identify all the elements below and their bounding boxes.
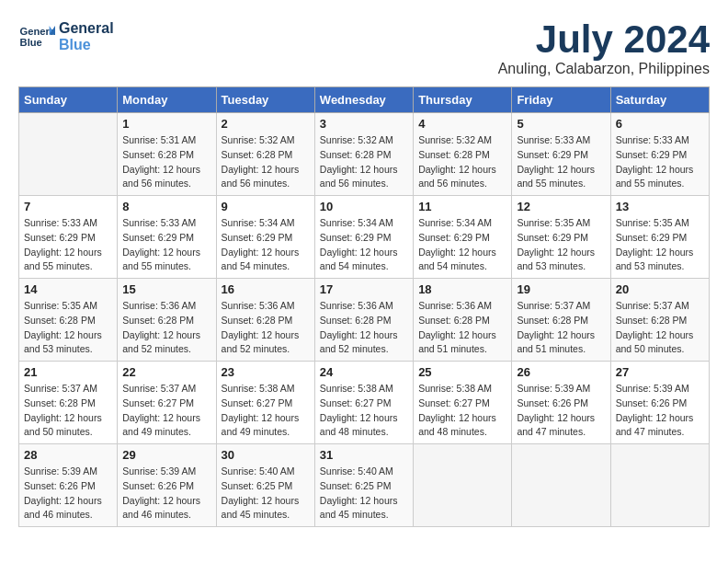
calendar-cell: 9Sunrise: 5:34 AM Sunset: 6:29 PM Daylig… — [216, 196, 314, 279]
day-number: 2 — [222, 117, 310, 131]
day-info: Sunrise: 5:39 AM Sunset: 6:26 PM Dayligh… — [24, 465, 112, 523]
location-subtitle: Anuling, Calabarzon, Philippines — [498, 61, 710, 77]
calendar-cell: 4Sunrise: 5:32 AM Sunset: 6:28 PM Daylig… — [414, 113, 512, 196]
day-header-sunday: Sunday — [19, 87, 118, 113]
calendar-cell: 16Sunrise: 5:36 AM Sunset: 6:28 PM Dayli… — [216, 279, 314, 362]
day-info: Sunrise: 5:37 AM Sunset: 6:28 PM Dayligh… — [616, 299, 704, 357]
calendar-table: SundayMondayTuesdayWednesdayThursdayFrid… — [18, 86, 710, 527]
calendar-cell: 31Sunrise: 5:40 AM Sunset: 6:25 PM Dayli… — [314, 444, 413, 527]
calendar-cell: 17Sunrise: 5:36 AM Sunset: 6:28 PM Dayli… — [314, 279, 413, 362]
day-number: 10 — [320, 200, 408, 213]
calendar-cell: 21Sunrise: 5:37 AM Sunset: 6:28 PM Dayli… — [19, 362, 118, 444]
day-number: 28 — [24, 448, 112, 462]
calendar-cell: 7Sunrise: 5:33 AM Sunset: 6:29 PM Daylig… — [19, 196, 118, 279]
calendar-cell: 30Sunrise: 5:40 AM Sunset: 6:25 PM Dayli… — [216, 444, 314, 527]
svg-text:Blue: Blue — [20, 37, 42, 48]
day-info: Sunrise: 5:40 AM Sunset: 6:25 PM Dayligh… — [222, 465, 310, 523]
week-row-3: 14Sunrise: 5:35 AM Sunset: 6:28 PM Dayli… — [19, 279, 710, 362]
day-header-saturday: Saturday — [610, 87, 709, 113]
day-info: Sunrise: 5:33 AM Sunset: 6:29 PM Dayligh… — [517, 133, 605, 191]
day-info: Sunrise: 5:36 AM Sunset: 6:28 PM Dayligh… — [122, 299, 210, 357]
day-info: Sunrise: 5:37 AM Sunset: 6:28 PM Dayligh… — [24, 382, 112, 440]
calendar-cell: 11Sunrise: 5:34 AM Sunset: 6:29 PM Dayli… — [414, 196, 512, 279]
day-info: Sunrise: 5:35 AM Sunset: 6:29 PM Dayligh… — [616, 216, 704, 274]
day-info: Sunrise: 5:36 AM Sunset: 6:28 PM Dayligh… — [418, 299, 506, 357]
day-number: 1 — [122, 117, 210, 131]
day-info: Sunrise: 5:38 AM Sunset: 6:27 PM Dayligh… — [320, 382, 408, 440]
day-info: Sunrise: 5:36 AM Sunset: 6:28 PM Dayligh… — [222, 299, 310, 357]
day-info: Sunrise: 5:35 AM Sunset: 6:28 PM Dayligh… — [24, 299, 112, 357]
day-info: Sunrise: 5:37 AM Sunset: 6:28 PM Dayligh… — [517, 299, 605, 357]
day-number: 20 — [616, 282, 704, 296]
day-number: 9 — [222, 200, 310, 213]
calendar-cell: 28Sunrise: 5:39 AM Sunset: 6:26 PM Dayli… — [19, 444, 118, 527]
logo-text-line1: General — [59, 20, 114, 37]
calendar-cell: 22Sunrise: 5:37 AM Sunset: 6:27 PM Dayli… — [118, 362, 216, 444]
day-info: Sunrise: 5:40 AM Sunset: 6:25 PM Dayligh… — [320, 465, 408, 523]
day-number: 12 — [517, 200, 605, 213]
page-header: General Blue General Blue July 2024 Anul… — [18, 18, 710, 77]
day-info: Sunrise: 5:35 AM Sunset: 6:29 PM Dayligh… — [517, 216, 605, 274]
day-info: Sunrise: 5:39 AM Sunset: 6:26 PM Dayligh… — [122, 465, 210, 523]
day-number: 16 — [222, 282, 310, 296]
day-number: 4 — [418, 117, 506, 131]
day-info: Sunrise: 5:37 AM Sunset: 6:27 PM Dayligh… — [122, 382, 210, 440]
day-number: 24 — [320, 365, 408, 379]
day-info: Sunrise: 5:34 AM Sunset: 6:29 PM Dayligh… — [418, 216, 506, 274]
calendar-cell: 14Sunrise: 5:35 AM Sunset: 6:28 PM Dayli… — [19, 279, 118, 362]
days-header-row: SundayMondayTuesdayWednesdayThursdayFrid… — [19, 87, 710, 113]
calendar-cell: 13Sunrise: 5:35 AM Sunset: 6:29 PM Dayli… — [610, 196, 709, 279]
day-info: Sunrise: 5:33 AM Sunset: 6:29 PM Dayligh… — [24, 216, 112, 274]
calendar-cell: 15Sunrise: 5:36 AM Sunset: 6:28 PM Dayli… — [118, 279, 216, 362]
day-info: Sunrise: 5:33 AM Sunset: 6:29 PM Dayligh… — [616, 133, 704, 191]
logo: General Blue General Blue — [18, 18, 114, 55]
day-number: 8 — [122, 200, 210, 213]
calendar-cell: 23Sunrise: 5:38 AM Sunset: 6:27 PM Dayli… — [216, 362, 314, 444]
day-number: 18 — [418, 282, 506, 296]
calendar-cell — [610, 444, 709, 527]
day-header-tuesday: Tuesday — [216, 87, 314, 113]
day-number: 5 — [517, 117, 605, 131]
day-info: Sunrise: 5:38 AM Sunset: 6:27 PM Dayligh… — [222, 382, 310, 440]
logo-text-line2: Blue — [59, 37, 114, 53]
calendar-cell: 8Sunrise: 5:33 AM Sunset: 6:29 PM Daylig… — [118, 196, 216, 279]
calendar-cell: 6Sunrise: 5:33 AM Sunset: 6:29 PM Daylig… — [610, 113, 709, 196]
day-info: Sunrise: 5:34 AM Sunset: 6:29 PM Dayligh… — [320, 216, 408, 274]
calendar-cell: 1Sunrise: 5:31 AM Sunset: 6:28 PM Daylig… — [118, 113, 216, 196]
calendar-cell: 20Sunrise: 5:37 AM Sunset: 6:28 PM Dayli… — [610, 279, 709, 362]
day-number: 31 — [320, 448, 408, 462]
calendar-cell: 29Sunrise: 5:39 AM Sunset: 6:26 PM Dayli… — [118, 444, 216, 527]
day-header-wednesday: Wednesday — [314, 87, 413, 113]
calendar-cell: 5Sunrise: 5:33 AM Sunset: 6:29 PM Daylig… — [512, 113, 610, 196]
title-block: July 2024 Anuling, Calabarzon, Philippin… — [498, 18, 710, 77]
day-info: Sunrise: 5:33 AM Sunset: 6:29 PM Dayligh… — [122, 216, 210, 274]
day-number: 27 — [616, 365, 704, 379]
day-header-friday: Friday — [512, 87, 610, 113]
calendar-cell: 10Sunrise: 5:34 AM Sunset: 6:29 PM Dayli… — [314, 196, 413, 279]
logo-icon: General Blue — [18, 18, 55, 55]
day-number: 3 — [320, 117, 408, 131]
day-header-monday: Monday — [118, 87, 216, 113]
main-title: July 2024 — [498, 18, 710, 61]
calendar-cell: 24Sunrise: 5:38 AM Sunset: 6:27 PM Dayli… — [314, 362, 413, 444]
day-info: Sunrise: 5:36 AM Sunset: 6:28 PM Dayligh… — [320, 299, 408, 357]
day-info: Sunrise: 5:38 AM Sunset: 6:27 PM Dayligh… — [418, 382, 506, 440]
calendar-cell: 27Sunrise: 5:39 AM Sunset: 6:26 PM Dayli… — [610, 362, 709, 444]
day-number: 29 — [122, 448, 210, 462]
day-number: 30 — [222, 448, 310, 462]
day-number: 26 — [517, 365, 605, 379]
calendar-cell — [19, 113, 118, 196]
day-number: 13 — [616, 200, 704, 213]
day-number: 14 — [24, 282, 112, 296]
calendar-cell — [414, 444, 512, 527]
day-number: 11 — [418, 200, 506, 213]
day-info: Sunrise: 5:39 AM Sunset: 6:26 PM Dayligh… — [616, 382, 704, 440]
week-row-1: 1Sunrise: 5:31 AM Sunset: 6:28 PM Daylig… — [19, 113, 710, 196]
day-number: 17 — [320, 282, 408, 296]
day-number: 25 — [418, 365, 506, 379]
day-number: 19 — [517, 282, 605, 296]
day-number: 23 — [222, 365, 310, 379]
day-number: 6 — [616, 117, 704, 131]
day-info: Sunrise: 5:31 AM Sunset: 6:28 PM Dayligh… — [122, 133, 210, 191]
calendar-cell: 2Sunrise: 5:32 AM Sunset: 6:28 PM Daylig… — [216, 113, 314, 196]
